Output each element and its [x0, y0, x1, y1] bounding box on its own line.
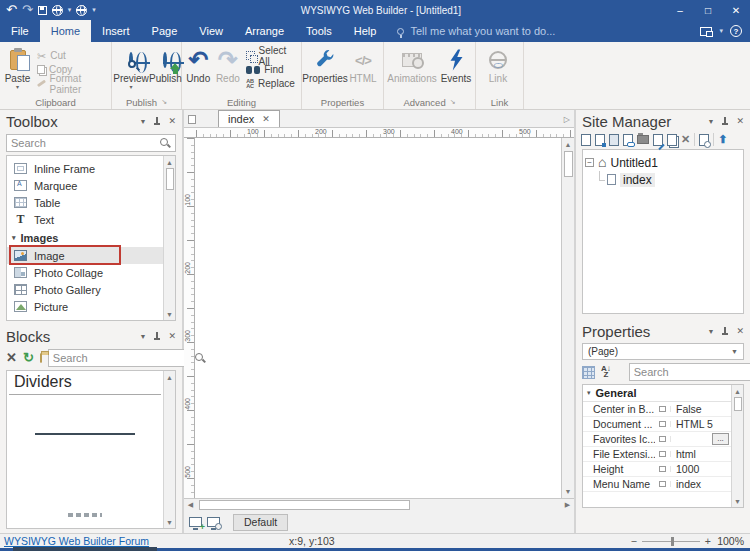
scroll-up-icon[interactable]: ▲	[734, 385, 741, 397]
format-painter-button[interactable]: Format Painter	[37, 78, 106, 90]
html-button[interactable]: </> HTML	[347, 44, 379, 95]
zoom-slider[interactable]	[642, 541, 700, 542]
menu-help[interactable]: Help	[343, 20, 388, 42]
divider-block-bar[interactable]	[13, 547, 157, 551]
find-button[interactable]: Find	[246, 64, 296, 76]
breakpoint-tab-default[interactable]: Default	[233, 514, 288, 531]
menu-file[interactable]: File	[0, 20, 40, 42]
select-all-button[interactable]: Select All	[246, 50, 296, 62]
workspace-dropdown-icon[interactable]: ▾	[719, 27, 723, 35]
properties-search[interactable]	[629, 363, 750, 381]
properties-pin-icon[interactable]	[721, 327, 729, 336]
toolbox-item-marquee[interactable]: Marquee	[7, 177, 163, 194]
toolbox-item-image[interactable]: Image	[7, 247, 163, 264]
move-up-icon[interactable]: ⬆	[718, 133, 727, 146]
paste-button[interactable]: Paste ▾	[2, 44, 33, 95]
site-manager-pin-icon[interactable]	[721, 117, 729, 126]
scroll-up-icon[interactable]: ▲	[166, 371, 173, 383]
toolbox-section-images[interactable]: ▾ Images	[7, 228, 163, 247]
toolbox-item-photo-collage[interactable]: Photo Collage	[7, 264, 163, 281]
properties-menu-icon[interactable]: ▼	[708, 328, 715, 335]
divider-block-line[interactable]	[35, 433, 135, 435]
menu-tools[interactable]: Tools	[295, 20, 343, 42]
properties-search-input[interactable]	[634, 366, 750, 378]
blocks-pin-icon[interactable]	[153, 332, 161, 341]
site-tree-root[interactable]: − ⌂ Untitled1	[585, 154, 741, 171]
scroll-down-icon[interactable]: ▼	[166, 516, 173, 528]
blocks-close-icon[interactable]: ✕	[168, 332, 176, 341]
toolbox-pin-icon[interactable]	[153, 117, 161, 126]
browse-button[interactable]: ...	[712, 433, 729, 445]
edit-page-icon[interactable]	[653, 134, 663, 146]
toolbox-item-table[interactable]: Table	[7, 194, 163, 211]
add-breakpoint-icon[interactable]	[189, 517, 202, 527]
clone-page-icon[interactable]	[667, 134, 677, 146]
tab-close-icon[interactable]: ✕	[262, 114, 270, 124]
collapse-icon[interactable]: −	[585, 158, 594, 167]
properties-button[interactable]: Properties	[304, 44, 346, 95]
toolbox-close-icon[interactable]: ✕	[168, 117, 176, 126]
page-properties-icon[interactable]	[609, 134, 619, 146]
new-folder-icon[interactable]	[637, 135, 649, 144]
scroll-down-icon[interactable]: ▼	[166, 308, 173, 320]
help-icon[interactable]: ?	[730, 25, 742, 37]
forum-link[interactable]: WYSIWYG Web Builder Forum	[0, 535, 149, 547]
tell-me-box[interactable]: Tell me what you want to do...	[387, 20, 565, 42]
property-row[interactable]: Favorites Ic... ...	[583, 432, 731, 447]
toolbox-item-text[interactable]: T Text	[7, 211, 163, 228]
tab-list-icon[interactable]	[188, 115, 196, 124]
menu-view[interactable]: View	[188, 20, 234, 42]
undo-icon[interactable]: ↶	[6, 3, 17, 17]
toolbox-search[interactable]	[6, 134, 176, 152]
sort-az-icon[interactable]: A↓Z	[601, 366, 611, 378]
canvas-hscrollbar[interactable]: ◀ ▶	[184, 498, 574, 511]
replace-button[interactable]: ABAC Replace	[246, 78, 296, 90]
site-manager-menu-icon[interactable]: ▼	[708, 118, 715, 125]
menu-home[interactable]: Home	[40, 20, 91, 42]
link-button[interactable]: Link	[478, 44, 518, 95]
menu-arrange[interactable]: Arrange	[234, 20, 295, 42]
properties-section-general[interactable]: ▾ General	[583, 385, 731, 402]
divider-block-text[interactable]	[68, 513, 102, 517]
save-icon[interactable]	[38, 6, 47, 15]
property-row[interactable]: Height 1000	[583, 462, 731, 477]
redo-icon[interactable]: ↷	[22, 3, 33, 17]
scroll-down-icon[interactable]: ▼	[565, 485, 572, 498]
close-button[interactable]: ✕	[722, 0, 750, 20]
new-page-icon[interactable]	[581, 134, 591, 146]
toolbox-search-input[interactable]	[11, 137, 160, 149]
zoom-in-icon[interactable]: +	[705, 535, 711, 547]
preview-button[interactable]: Preview ▾	[114, 44, 148, 95]
toolbox-item-photo-gallery[interactable]: Photo Gallery	[7, 281, 163, 298]
blocks-refresh-icon[interactable]: ↻	[23, 352, 34, 364]
page-link-icon[interactable]	[623, 134, 633, 146]
property-row[interactable]: File Extensi... html	[583, 447, 731, 462]
blocks-folder-icon[interactable]	[40, 353, 42, 363]
animations-button[interactable]: Animations	[386, 44, 438, 95]
manage-breakpoints-icon[interactable]	[207, 517, 220, 527]
new-master-page-icon[interactable]	[595, 134, 605, 146]
blocks-menu-icon[interactable]: ▼	[140, 333, 147, 340]
toolbox-item-inline-frame[interactable]: Inline Frame	[7, 160, 163, 177]
scroll-down-icon[interactable]: ▼	[734, 495, 741, 507]
maximize-button[interactable]: □	[694, 0, 722, 20]
minimize-button[interactable]: –	[666, 0, 694, 20]
redo-button[interactable]: ↷ Redo	[214, 44, 243, 95]
scroll-up-icon[interactable]: ▲	[166, 156, 173, 168]
workspace-theme-icon[interactable]	[700, 27, 712, 36]
toolbox-scrollbar[interactable]: ▲ ▼	[163, 156, 175, 320]
page-canvas[interactable]	[195, 138, 561, 498]
publish-dialog-launcher-icon[interactable]: ↘	[161, 98, 167, 106]
scroll-right-icon[interactable]: ▶	[561, 501, 574, 509]
tab-scroll-right-icon[interactable]: ▷	[564, 115, 574, 127]
properties-close-icon[interactable]: ✕	[736, 327, 744, 336]
blocks-clear-icon[interactable]: ✕	[6, 352, 17, 364]
delete-page-icon[interactable]: ✕	[681, 133, 690, 146]
undo-button[interactable]: ↶ Undo	[184, 44, 213, 95]
property-row[interactable]: Document ... HTML 5	[583, 417, 731, 432]
page-settings-icon[interactable]	[699, 134, 709, 146]
property-row[interactable]: Center in B... False	[583, 402, 731, 417]
properties-target-select[interactable]: (Page) ▼	[582, 343, 744, 360]
scroll-up-icon[interactable]: ▲	[565, 138, 572, 151]
site-manager-close-icon[interactable]: ✕	[736, 117, 744, 126]
